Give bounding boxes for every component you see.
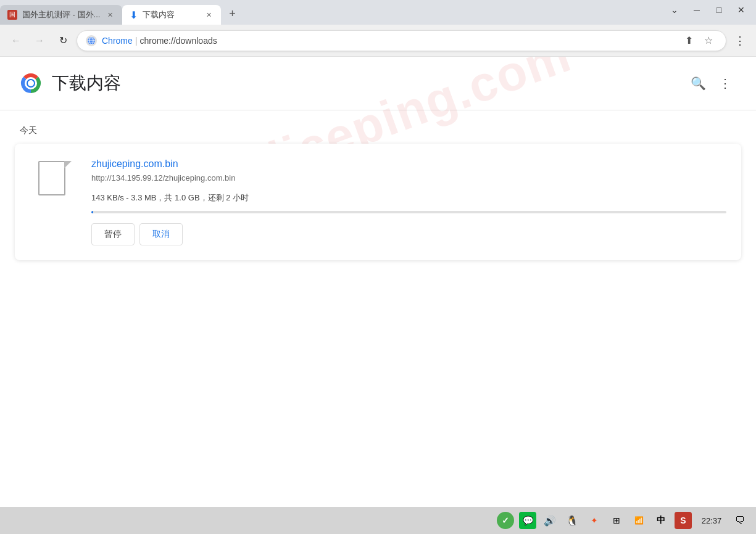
qq-icon[interactable]: 🐧: [563, 512, 581, 529]
download-filename[interactable]: zhujiceping.com.bin: [91, 158, 726, 170]
close-button[interactable]: ✕: [731, 0, 751, 20]
chrome-logo: [20, 72, 42, 94]
file-icon-wrap: [30, 158, 79, 245]
page-menu-button[interactable]: ⋮: [714, 72, 736, 94]
taskbar-time: 22:37: [697, 516, 726, 525]
page-header-actions: 🔍 ⋮: [687, 72, 736, 94]
address-bar[interactable]: Chrome|chrome://downloads ⬆ ☆: [77, 30, 726, 51]
title-bar: 国 国外主机测评 - 国外... ✕ ⬇ 下载内容 ✕ + ⌄ ─ □ ✕: [0, 0, 756, 25]
address-sep: |: [135, 36, 138, 46]
tab1-favicon: 国: [7, 10, 17, 20]
new-tab-button[interactable]: +: [223, 5, 241, 22]
figma-icon[interactable]: ✦: [586, 512, 603, 529]
tab1-close[interactable]: ✕: [105, 10, 115, 20]
toolbar: ← → ↻ Chrome|chrome://downloads ⬆ ☆ ⋮: [0, 25, 756, 57]
sogou-icon[interactable]: S: [675, 512, 692, 529]
tab-2[interactable]: ⬇ 下载内容 ✕: [122, 5, 221, 25]
address-url: chrome://downloads: [139, 36, 217, 46]
tab-1[interactable]: 国 国外主机测评 - 国外... ✕: [0, 5, 122, 25]
notify-icon[interactable]: 🗨: [731, 512, 749, 529]
browser-menu-button[interactable]: ⋮: [730, 31, 750, 51]
file-icon-fold: [64, 161, 72, 168]
tab2-close[interactable]: ✕: [204, 10, 214, 20]
download-url: http://134.195.99.12/zhujiceping.com.bin: [91, 173, 726, 183]
file-icon: [38, 161, 70, 198]
page-title: 下载内容: [52, 72, 121, 95]
address-brand: Chrome: [102, 36, 133, 46]
progress-bar-wrap: [91, 211, 726, 213]
check-icon[interactable]: ✓: [497, 512, 514, 529]
today-label: 今天: [0, 110, 756, 144]
wifi-icon[interactable]: 📶: [630, 512, 647, 529]
main-content: zhujiceping.com 下载内容 🔍 ⋮ 今天: [0, 57, 756, 507]
tab-group: 国 国外主机测评 - 国外... ✕ ⬇ 下载内容 ✕ +: [0, 0, 241, 25]
download-info: zhujiceping.com.bin http://134.195.99.12…: [91, 158, 726, 245]
bookmark-icon[interactable]: ☆: [700, 32, 717, 49]
progress-bar-fill: [91, 211, 93, 213]
download-progress-text: 143 KB/s - 3.3 MB，共 1.0 GB，还剩 2 小时: [91, 192, 726, 203]
download-card: zhujiceping.com.bin http://134.195.99.12…: [15, 144, 741, 260]
tab2-download-icon: ⬇: [130, 9, 138, 21]
taskbar-tray: ✓ 💬 🔊 🐧 ✦ ⊞ 📶 中 S: [497, 512, 749, 529]
maximize-button[interactable]: □: [709, 0, 729, 20]
tab2-title: 下载内容: [143, 9, 199, 20]
volume-icon[interactable]: 🔊: [541, 512, 559, 529]
page-header: 下载内容 🔍 ⋮: [0, 57, 756, 110]
window-controls: ⌄ ─ □ ✕: [665, 0, 756, 25]
search-button[interactable]: 🔍: [687, 72, 709, 94]
tab1-title: 国外主机测评 - 国外...: [22, 9, 100, 20]
reload-button[interactable]: ↻: [53, 31, 73, 51]
cancel-button[interactable]: 取消: [139, 223, 183, 245]
address-text: Chrome|chrome://downloads: [102, 36, 675, 46]
share-icon[interactable]: ⬆: [680, 32, 697, 49]
back-button[interactable]: ←: [6, 31, 26, 51]
wechat-icon[interactable]: 💬: [519, 512, 536, 529]
address-favicon: [86, 35, 97, 46]
taskbar: ✓ 💬 🔊 🐧 ✦ ⊞ 📶 中 S: [0, 507, 756, 534]
lang-icon[interactable]: 中: [652, 512, 670, 529]
chevron-down-button[interactable]: ⌄: [665, 0, 684, 20]
minimize-button[interactable]: ─: [687, 0, 707, 20]
file-icon-body: [38, 161, 65, 195]
screen-icon[interactable]: ⊞: [608, 512, 625, 529]
forward-button[interactable]: →: [30, 31, 49, 51]
download-actions: 暂停 取消: [91, 223, 726, 245]
download-card-inner: zhujiceping.com.bin http://134.195.99.12…: [15, 144, 741, 260]
pause-button[interactable]: 暂停: [91, 223, 135, 245]
svg-point-9: [28, 80, 34, 86]
address-actions: ⬆ ☆: [680, 32, 717, 49]
